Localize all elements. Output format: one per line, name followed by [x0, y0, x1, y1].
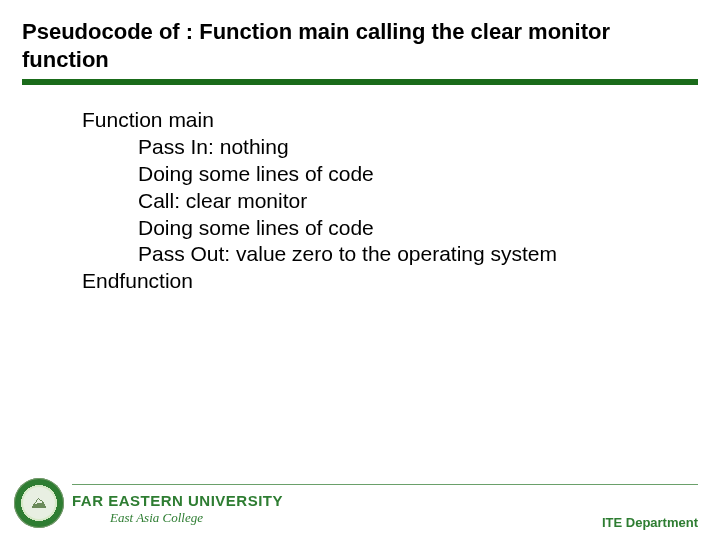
slide-title: Pseudocode of : Function main calling th…	[22, 18, 698, 73]
footer-rule	[72, 484, 698, 485]
department-label: ITE Department	[602, 515, 698, 530]
college-name: East Asia College	[72, 510, 283, 526]
code-line: Doing some lines of code	[82, 215, 698, 242]
code-line: Pass In: nothing	[82, 134, 698, 161]
code-line: Call: clear monitor	[82, 188, 698, 215]
code-line: Function main	[82, 107, 698, 134]
university-seal-icon: ⛰	[14, 478, 64, 528]
code-line: Pass Out: value zero to the operating sy…	[82, 241, 698, 268]
code-line: Doing some lines of code	[82, 161, 698, 188]
title-rule	[22, 79, 698, 85]
university-name: FAR EASTERN UNIVERSITY	[72, 492, 283, 509]
slide-footer: ⛰ FAR EASTERN UNIVERSITY East Asia Colle…	[0, 468, 720, 540]
university-block: FAR EASTERN UNIVERSITY East Asia College	[72, 492, 283, 526]
slide: Pseudocode of : Function main calling th…	[0, 0, 720, 540]
code-line: Endfunction	[82, 268, 698, 295]
pseudocode-block: Function main Pass In: nothing Doing som…	[22, 107, 698, 295]
